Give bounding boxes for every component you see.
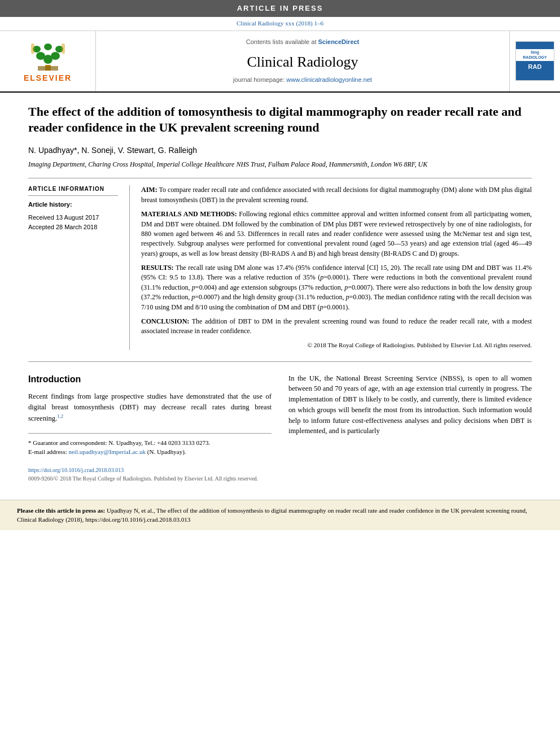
elsevier-tree-icon (25, 38, 71, 72)
bottom-info: https://doi.org/10.1016/j.crad.2018.03.0… (28, 466, 272, 483)
authors: N. Upadhyay*, N. Soneji, V. Stewart, G. … (28, 145, 532, 156)
intro-right-text: In the UK, the National Breast Screening… (288, 373, 532, 437)
citation-bar: Please cite this article in press as: Up… (0, 500, 560, 530)
journal-homepage: journal homepage: www.clinicalradiologyo… (233, 76, 372, 84)
abstract-conclusion: CONCLUSION: The addition of DBT to DM in… (141, 317, 532, 337)
journal-title-area: Contents lists available at ScienceDirec… (96, 31, 509, 91)
introduction-heading: Introduction (28, 373, 272, 386)
affiliation: Imaging Department, Charing Cross Hospit… (28, 160, 532, 169)
article-in-press-banner: ARTICLE IN PRESS (0, 0, 560, 17)
issn-line: 0009-9260/© 2018 The Royal College of Ra… (28, 474, 272, 483)
doi-link[interactable]: https://doi.org/10.1016/j.crad.2018.03.0… (28, 466, 272, 474)
homepage-prefix: journal homepage: (233, 76, 286, 83)
intro-right-column: In the UK, the National Breast Screening… (288, 373, 532, 483)
footnote-guarantor: * Guarantor and correspondent: N. Upadhy… (28, 438, 272, 448)
svg-point-2 (36, 52, 45, 60)
abstract-results: RESULTS: The recall rate using DM alone … (141, 263, 532, 312)
footnote-email: E-mail address: neil.upadhyay@ImperiaLac… (28, 447, 272, 457)
article-accepted: Accepted 28 March 2018 (28, 222, 118, 233)
svg-point-5 (44, 43, 52, 50)
abstract-text: AIM: To compare reader recall rate and c… (141, 185, 532, 350)
introduction-section: Introduction Recent findings from large … (28, 373, 532, 483)
article-received: Received 13 August 2017 (28, 213, 118, 223)
journal-title: Clinical Radiology (247, 52, 358, 72)
elsevier-logo-area: ELSEVIER (0, 31, 96, 91)
sciencedirect-line: Contents lists available at ScienceDirec… (246, 38, 360, 46)
homepage-link[interactable]: www.clinicalradiologyonline.net (286, 76, 372, 83)
main-content: The effect of the addition of tomosynthe… (0, 93, 560, 494)
abstract-copyright: © 2018 The Royal College of Radiologists… (141, 341, 532, 350)
cite-label: Please cite this article in press as: (17, 507, 107, 514)
svg-rect-7 (38, 66, 58, 71)
email-prefix: E-mail address: (28, 448, 68, 455)
intro-left-column: Introduction Recent findings from large … (28, 373, 272, 483)
journal-header: ELSEVIER Contents lists available at Sci… (0, 31, 560, 93)
svg-rect-8 (31, 43, 34, 54)
svg-rect-9 (62, 43, 65, 54)
logo-main-text: RAD (527, 61, 543, 73)
intro-left-text: Recent findings from large prospective s… (28, 391, 272, 423)
email-link[interactable]: neil.upadhyay@ImperiaLac.uk (68, 448, 146, 455)
radiology-logo-area: SingRADIOLOGY RAD (509, 31, 560, 91)
journal-info-bar: Clinical Radiology xxx (2018) 1–6 (0, 17, 560, 30)
section-divider (28, 361, 532, 362)
abstract-column: AIM: To compare reader recall rate and c… (130, 185, 532, 350)
svg-point-3 (51, 52, 60, 60)
article-history-label: Article history: (28, 200, 118, 209)
article-info-label: ARTICLE INFORMATION (28, 185, 118, 196)
article-title: The effect of the addition of tomosynthe… (28, 104, 532, 136)
sciencedirect-prefix: Contents lists available at (246, 38, 318, 45)
elsevier-wordmark: ELSEVIER (24, 73, 72, 84)
email-suffix: (N. Upadhyay). (146, 448, 186, 455)
elsevier-logo: ELSEVIER (24, 38, 72, 84)
authors-text: N. Upadhyay*, N. Soneji, V. Stewart, G. … (28, 146, 197, 155)
abstract-aim: AIM: To compare reader recall rate and c… (141, 185, 532, 205)
article-info-column: ARTICLE INFORMATION Article history: Rec… (28, 185, 130, 350)
sciencedirect-link[interactable]: ScienceDirect (318, 38, 360, 45)
logo-top-text: SingRADIOLOGY (516, 49, 554, 61)
intro-superscript: 1,2 (57, 413, 63, 419)
abstract-methods: MATERIALS AND METHODS: Following regiona… (141, 209, 532, 259)
radiology-logo: SingRADIOLOGY RAD (515, 41, 554, 81)
article-body: ARTICLE INFORMATION Article history: Rec… (28, 178, 532, 350)
footnote-area: * Guarantor and correspondent: N. Upadhy… (28, 433, 272, 457)
